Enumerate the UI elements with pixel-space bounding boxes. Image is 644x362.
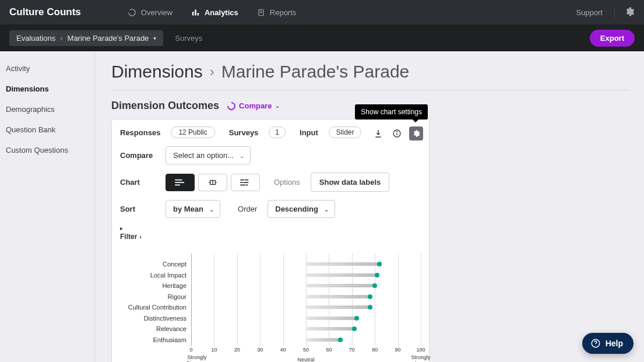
chart-x-tick: 40 <box>280 347 286 353</box>
nav-reports[interactable]: Reports <box>257 8 297 17</box>
surveys-pill[interactable]: 1 <box>269 126 286 138</box>
chart-x-tick: 70 <box>349 347 355 353</box>
breadcrumb-bar: Evaluations › Marine Parade's Parade ▾ S… <box>0 24 644 51</box>
bar-chart-icon <box>191 8 200 17</box>
chart-x-tick: 50 <box>303 347 309 353</box>
sidebar: Activity Dimensions Demographics Questio… <box>0 51 95 362</box>
page-title-sub: Marine Parade's Parade <box>221 62 410 82</box>
compare-link[interactable]: Compare ⌄ <box>227 101 280 110</box>
divider <box>111 90 628 90</box>
svg-rect-19 <box>244 182 249 183</box>
chevron-down-icon: ⌄ <box>324 206 329 212</box>
svg-rect-10 <box>175 182 184 183</box>
chart-type-horizontal-bar[interactable] <box>166 174 195 191</box>
chart-bar <box>306 273 377 277</box>
sidebar-item-dimensions[interactable]: Dimensions <box>0 79 94 99</box>
svg-rect-2 <box>198 13 199 15</box>
svg-rect-18 <box>240 182 242 183</box>
svg-point-8 <box>397 132 397 132</box>
expand-icon[interactable]: ▸ <box>120 225 421 231</box>
chart-y-label: Cultural Contribution <box>128 304 186 311</box>
chart-x-tick: 20 <box>234 347 240 353</box>
chart-type-stacked[interactable] <box>231 174 260 191</box>
chart-x-tick: 100 <box>416 347 425 353</box>
chart-y-label: Local Impact <box>150 272 186 279</box>
svg-rect-9 <box>175 179 182 180</box>
chart-dot <box>354 316 359 321</box>
chart-y-label: Relevance <box>156 325 186 332</box>
sort-select[interactable]: by Mean ⌄ <box>166 200 220 218</box>
chart-x-anno-mid: Neutral <box>291 357 321 362</box>
nav-analytics[interactable]: Analytics <box>191 8 238 17</box>
chart-dot <box>338 338 343 342</box>
info-icon[interactable] <box>390 127 403 140</box>
chart-dot <box>372 283 377 288</box>
chevron-right-icon: › <box>139 233 142 240</box>
filter-toggle[interactable]: Filter › <box>120 233 421 241</box>
svg-rect-21 <box>246 184 248 185</box>
chart-x-anno-right: StronglyAgree <box>403 355 438 362</box>
brand: Culture Counts <box>9 6 81 18</box>
input-label: Input <box>300 128 318 137</box>
dimension-outcomes-card: Show chart settings Responses 12 Public … <box>111 119 430 362</box>
responses-pill[interactable]: 12 Public <box>171 126 214 138</box>
help-label: Help <box>606 339 623 348</box>
sidebar-item-custom-questions[interactable]: Custom Questions <box>0 140 94 160</box>
export-button[interactable]: Export <box>590 30 635 47</box>
chart-dot <box>375 273 379 277</box>
nav-overview-label: Overview <box>141 8 173 17</box>
svg-rect-20 <box>240 184 245 185</box>
surveys-label: Surveys <box>229 128 259 137</box>
chevron-right-icon: › <box>210 64 214 80</box>
sidebar-item-demographics[interactable]: Demographics <box>0 99 94 120</box>
svg-rect-17 <box>245 179 248 180</box>
breadcrumb-root: Evaluations <box>16 34 55 43</box>
svg-rect-1 <box>195 9 196 15</box>
nav-analytics-label: Analytics <box>205 8 238 17</box>
chart-x-tick: 10 <box>211 347 217 353</box>
chart-bar <box>306 262 379 266</box>
topbar: Culture Counts Overview Analytics Report… <box>0 0 644 24</box>
svg-point-23 <box>595 345 596 346</box>
nav-overview[interactable]: Overview <box>128 8 173 17</box>
compare-icon <box>226 100 237 112</box>
chart-x-tick: 60 <box>326 347 332 353</box>
responses-label: Responses <box>120 128 160 137</box>
support-link[interactable]: Support <box>576 8 603 17</box>
options-label: Options <box>274 178 300 187</box>
input-pill[interactable]: Slider <box>329 126 362 138</box>
chart-dot <box>377 262 382 266</box>
chart-settings-tooltip: Show chart settings <box>355 104 428 120</box>
show-data-labels-button[interactable]: Show data labels <box>311 173 389 192</box>
order-select-value: Descending <box>275 205 318 213</box>
chart-bar <box>306 327 354 331</box>
breadcrumb-item: Marine Parade's Parade <box>68 34 149 43</box>
chart-y-label: Distinctiveness <box>144 315 186 322</box>
download-icon[interactable] <box>372 127 385 140</box>
svg-rect-11 <box>175 184 180 185</box>
chart-bar <box>306 338 340 342</box>
chart-x-tick: 0 <box>189 347 192 353</box>
chart-settings-button[interactable]: Show chart settings <box>409 126 423 140</box>
chart: ConceptLocal ImpactHeritageRigourCultura… <box>112 247 429 362</box>
chart-y-label: Rigour <box>168 293 186 300</box>
svg-rect-0 <box>192 12 194 15</box>
filter-toggle-label: Filter <box>120 233 137 241</box>
top-nav: Overview Analytics Reports <box>128 8 297 17</box>
chart-x-tick: 30 <box>257 347 263 353</box>
breadcrumb-surveys[interactable]: Surveys <box>175 34 202 43</box>
gear-icon[interactable] <box>614 6 635 19</box>
help-button[interactable]: Help <box>582 333 634 354</box>
sort-select-value: by Mean <box>173 205 203 213</box>
chart-x-tick: 90 <box>395 347 401 353</box>
order-select[interactable]: Descending ⌄ <box>268 200 335 218</box>
chart-type-boxplot[interactable] <box>198 174 227 191</box>
sidebar-item-question-bank[interactable]: Question Bank <box>0 120 94 140</box>
compare-link-label: Compare <box>239 101 272 110</box>
section-title: Dimension Outcomes <box>111 100 219 112</box>
breadcrumb-selector[interactable]: Evaluations › Marine Parade's Parade ▾ <box>9 30 163 46</box>
sidebar-item-activity[interactable]: Activity <box>0 58 94 79</box>
chart-x-tick: 80 <box>372 347 378 353</box>
order-label: Order <box>238 205 257 213</box>
compare-select[interactable]: Select an option... ⌄ <box>166 146 251 164</box>
